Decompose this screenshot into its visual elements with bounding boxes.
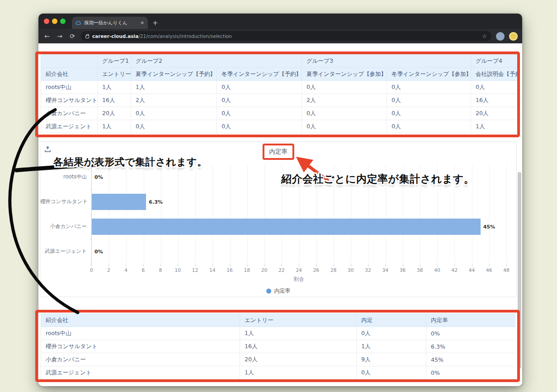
group-header-cell: グループ1	[98, 55, 131, 68]
table-cell: 20人	[240, 353, 357, 366]
column-header-cell: 内定率	[426, 314, 516, 327]
chart-category-labels: roots中山櫻井コンサルタント小倉カンパニー武源エージェント	[40, 164, 91, 264]
legend-label: 内定率	[274, 287, 291, 295]
group-header-row: グループ1グループ2グループ3グループ4	[41, 55, 519, 68]
x-tick-label: 2	[107, 267, 110, 273]
bar[interactable]	[92, 194, 146, 210]
table-cell: 0人	[217, 120, 302, 133]
back-icon[interactable]: ←	[43, 33, 51, 40]
table-cell: 9人	[357, 353, 426, 366]
desktop-background: 採用一括かんりくん ✕ + ← → ⟳ career-cloud.asia/21…	[0, 0, 557, 392]
x-tick-label: 26	[313, 267, 319, 273]
site-favicon-cloud-icon	[76, 20, 81, 26]
x-tick-mark	[230, 264, 230, 266]
offer-rate-summary-table: 紹介会社エントリー内定内定率roots中山1人0人0%櫻井コンサルタント16人1…	[41, 313, 515, 379]
x-tick-mark	[91, 264, 92, 266]
gridline	[506, 164, 507, 264]
tab-close-icon[interactable]: ✕	[141, 20, 144, 25]
legend-dot-icon	[266, 289, 271, 294]
x-tick-label: 4	[124, 267, 127, 273]
table-cell: 0人	[217, 94, 302, 107]
profile-avatar[interactable]	[509, 32, 518, 41]
x-tick-label: 44	[469, 267, 475, 273]
x-tick-label: 28	[330, 267, 336, 273]
x-tick-label: 12	[192, 267, 198, 273]
table-cell: 武源エージェント	[41, 120, 98, 133]
x-axis-ticks: 0246810121416182022242628303234363840424…	[91, 264, 506, 276]
table-cell: 0%	[426, 327, 516, 340]
table-cell: 小倉カンパニー	[41, 353, 240, 366]
gridline	[212, 164, 213, 264]
gridline	[178, 164, 179, 264]
x-tick-label: 6	[142, 267, 145, 273]
maximize-window-button[interactable]	[60, 19, 66, 24]
table-row: 小倉カンパニー20人9人45%	[41, 353, 516, 366]
column-header-cell: 会社説明会【予約】	[471, 68, 519, 81]
chart-category-label: 武源エージェント	[40, 239, 91, 264]
gridline	[247, 164, 248, 264]
x-tick-mark	[143, 264, 144, 266]
table-cell: roots中山	[41, 81, 98, 94]
table-cell: roots中山	[41, 327, 240, 340]
column-header-cell: 夏季インターンシップ【参加】	[302, 68, 387, 81]
bar[interactable]	[92, 219, 481, 235]
gridline	[195, 164, 196, 264]
table-row: 櫻井コンサルタント16人1人6.3%	[41, 340, 516, 353]
page-scrollbar-thumb[interactable]	[518, 172, 521, 369]
offer-rate-summary-table-container: 紹介会社エントリー内定内定率roots中山1人0人0%櫻井コンサルタント16人1…	[41, 313, 515, 380]
table-cell: 1人	[357, 340, 426, 353]
table-cell: 0人	[387, 107, 471, 120]
table-row: 武源エージェント1人0人0%	[41, 366, 516, 379]
x-tick-label: 8	[159, 267, 162, 273]
table-cell: 0%	[426, 366, 516, 379]
bookmark-star-icon[interactable]: ☆	[482, 33, 487, 39]
x-tick-mark	[385, 264, 386, 266]
y-tick-mark	[90, 189, 92, 190]
table-cell: 1人	[131, 81, 217, 94]
address-bar[interactable]: career-cloud.asia/21/com/analysis/introd…	[81, 31, 491, 41]
extension-avatar[interactable]	[496, 32, 505, 41]
x-tick-mark	[195, 264, 196, 266]
table-cell: 小倉カンパニー	[41, 107, 98, 120]
x-tick-mark	[403, 264, 403, 266]
table-cell: 20人	[471, 107, 519, 120]
bar-value-label: 0%	[94, 174, 103, 180]
x-tick-mark	[368, 264, 368, 266]
reload-icon[interactable]: ⟳	[68, 33, 76, 40]
table-row: 櫻井コンサルタント16人2人0人2人0人16人	[41, 94, 519, 107]
column-header-cell: 内定	[357, 314, 426, 327]
x-tick-mark	[472, 264, 472, 266]
table-cell: 櫻井コンサルタント	[41, 94, 98, 107]
browser-window: 採用一括かんりくん ✕ + ← → ⟳ career-cloud.asia/21…	[38, 14, 522, 386]
x-tick-label: 22	[278, 267, 284, 273]
table-row: roots中山1人1人0人0人0人0人	[41, 81, 519, 94]
browser-toolbar: ← → ⟳ career-cloud.asia/21/com/analysis/…	[38, 29, 522, 43]
table-cell: 0人	[131, 120, 217, 133]
chart-export-icon[interactable]	[44, 146, 51, 153]
table-cell: 1人	[240, 366, 357, 379]
bar-value-label: 6.3%	[149, 199, 163, 205]
x-tick-mark	[282, 264, 282, 266]
x-tick-label: 32	[365, 267, 371, 273]
table-cell: 0人	[217, 81, 302, 94]
table-cell: 武源エージェント	[41, 366, 240, 379]
x-tick-mark	[109, 264, 109, 266]
table-cell: 6.3%	[426, 340, 516, 353]
table-cell: 16人	[240, 340, 357, 353]
table-cell: 櫻井コンサルタント	[41, 340, 240, 353]
close-window-button[interactable]	[44, 19, 49, 24]
table-cell: 16人	[471, 94, 519, 107]
url-text: career-cloud.asia/21/com/analysis/introd…	[92, 33, 232, 39]
minimize-window-button[interactable]	[52, 19, 57, 24]
table-cell: 1人	[98, 120, 131, 133]
table-cell: 0人	[302, 120, 387, 133]
table-cell: 0人	[387, 81, 471, 94]
x-tick-label: 24	[296, 267, 302, 273]
x-tick-label: 18	[244, 267, 250, 273]
browser-tab[interactable]: 採用一括かんりくん ✕	[72, 17, 148, 29]
x-tick-mark	[126, 264, 126, 266]
group-header-cell	[41, 55, 98, 68]
new-tab-button[interactable]: +	[152, 19, 158, 27]
table-cell: 0人	[131, 107, 217, 120]
forward-icon[interactable]: →	[56, 33, 64, 40]
